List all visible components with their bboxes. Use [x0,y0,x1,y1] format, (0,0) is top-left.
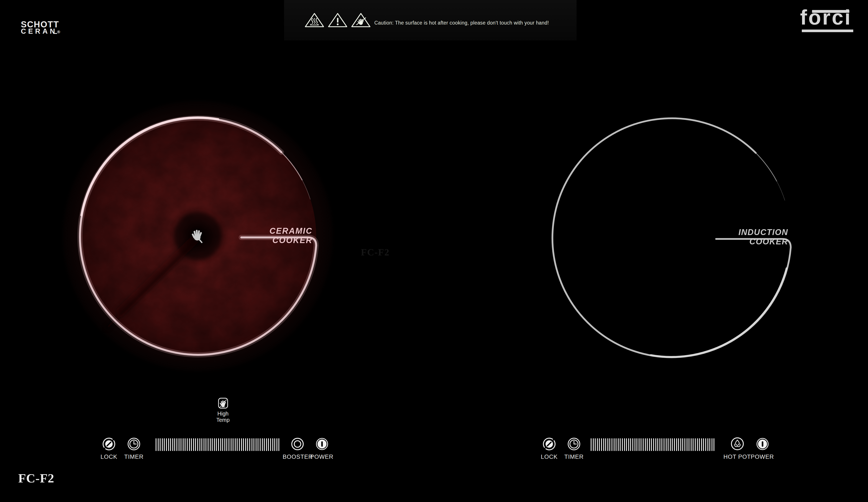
caution-sticker: Caution: The surface is hot after cookin… [284,0,577,40]
forci-wordmark: forci [800,7,852,28]
induction-hot-pot-label: HOT POT [723,454,751,460]
induction-power-label: POWER [751,454,774,460]
hot-surface-warning-icon [304,13,324,28]
schott-wordmark: SCHOTT [21,21,60,28]
induction-ring-highlight [651,268,787,357]
induction-power-button[interactable] [756,438,769,450]
ceramic-lock-label: LOCK [101,454,117,460]
ceramic-power-slider[interactable] [156,438,280,451]
ceramic-timer-button[interactable] [127,438,140,450]
induction-power-slider[interactable] [591,438,715,451]
lock-icon [543,438,556,450]
ceramic-cooker-label: CERAMIC COOKER [240,226,312,245]
general-warning-icon [328,13,348,28]
cooking-zones-graphic [0,0,868,502]
model-name: FC-F2 [18,471,54,485]
cooktop-surface: SCHOTT CERAN® [0,0,868,502]
forci-logo: forci [800,7,852,28]
ceramic-booster-button[interactable] [291,438,304,450]
ceramic-timer-label: TIMER [124,454,144,460]
timer-icon [127,438,140,450]
timer-icon [568,438,580,450]
schott-logo-underscore [53,33,57,34]
induction-lock-label: LOCK [541,454,558,460]
induction-hot-pot-button[interactable] [731,437,743,450]
induction-ring-taper-end [777,181,785,201]
induction-cooker-label: INDUCTION COOKER [715,228,788,246]
hot-pot-flame-icon [731,437,744,450]
do-not-touch-warning-icon [351,13,371,28]
booster-icon [291,438,304,450]
caution-icons [304,13,371,28]
ceran-wordmark: CERAN® [21,28,60,35]
schott-ceran-logo: SCHOTT CERAN® [21,21,60,35]
induction-ring-taper [756,153,777,181]
lock-icon [103,438,115,450]
ceramic-booster-label: BOOSTER [282,454,313,460]
induction-lock-button[interactable] [543,438,556,450]
ceramic-lock-button[interactable] [103,438,115,450]
induction-timer-button[interactable] [568,438,580,450]
high-temp-hand-icon [218,398,228,409]
registered-mark: ® [57,30,60,34]
ceramic-power-button[interactable] [316,438,328,450]
faint-model-watermark: FC-F2 [361,247,390,258]
induction-timer-label: TIMER [565,454,584,460]
high-temp-indicator: High Temp [211,398,234,423]
ceramic-power-label: POWER [310,454,333,460]
power-icon [316,438,328,450]
high-temp-label: High Temp [211,411,234,423]
forci-logo-overline [812,10,849,13]
forci-logo-underline [802,30,853,32]
caution-text: Caution: The surface is hot after cookin… [374,20,549,26]
power-icon [756,438,769,450]
